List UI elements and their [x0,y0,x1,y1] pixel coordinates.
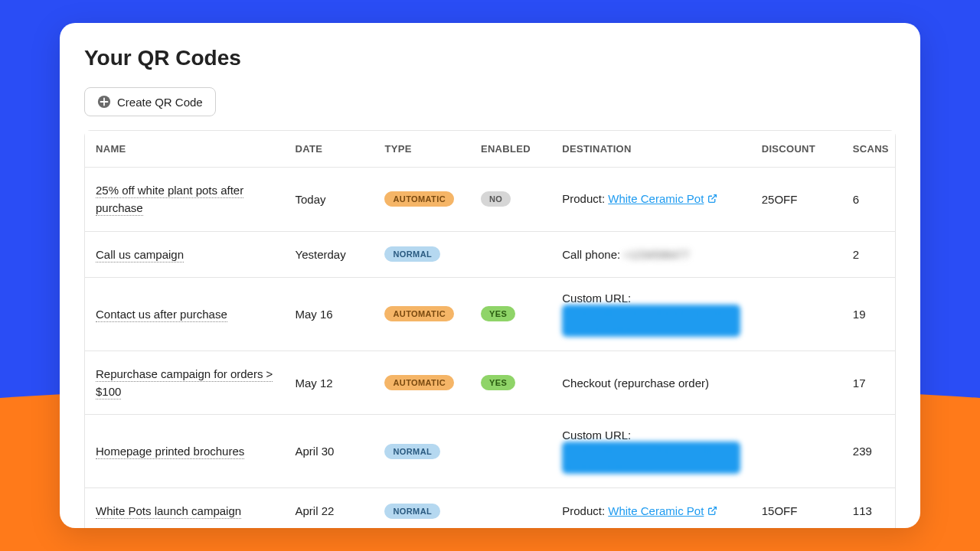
create-qr-label: Create QR Code [117,96,203,109]
type-badge: NORMAL [384,504,440,519]
cell-destination: Call phone: +1234596477 [551,232,751,278]
qr-name-link[interactable]: Repurchase campaign for orders > $100 [96,367,273,399]
col-header-name: NAME [85,131,285,168]
external-link-icon [707,505,717,518]
enabled-badge: YES [481,375,515,390]
col-header-discount: DISCOUNT [751,131,842,168]
cell-date: May 16 [285,278,374,351]
qr-name-link[interactable]: 25% off white plant pots after purchase [96,184,243,216]
cell-scans: 239 [842,415,895,488]
cell-date: April 22 [285,488,374,528]
page-title: Your QR Codes [84,46,896,70]
table-row: 25% off white plant pots after purchaseT… [85,168,895,232]
col-header-destination: DESTINATION [551,131,751,168]
dest-url-blurred[interactable]: https://example.com/homepage-printed-bro… [562,442,740,474]
qr-name-link[interactable]: White Pots launch campaign [96,504,241,519]
cell-scans: 6 [842,168,895,232]
enabled-badge: NO [481,191,511,207]
cell-scans: 2 [842,232,895,278]
cell-scans: 19 [842,278,895,351]
type-badge: AUTOMATIC [384,375,454,390]
cell-scans: 17 [842,351,895,416]
cell-scans: 113 [842,488,895,528]
type-badge: NORMAL [384,444,440,459]
create-qr-button[interactable]: Create QR Code [84,87,216,116]
col-header-enabled: ENABLED [470,131,551,168]
table-row: Homepage printed brochuresApril 30NORMAL… [85,415,895,488]
cell-destination: Product: White Ceramic Pot [551,168,751,232]
plus-circle-icon [97,95,111,109]
cell-destination: Checkout (repurchase order) [551,351,751,416]
table-row: Repurchase campaign for orders > $100May… [85,351,895,416]
cell-date: Today [285,168,374,232]
cell-discount [751,232,842,278]
cell-discount [751,415,842,488]
main-card: Your QR Codes Create QR Code NAME DATE T… [60,23,920,528]
dest-prefix: Product: [562,192,608,205]
type-badge: NORMAL [384,246,440,262]
col-header-type: TYPE [374,131,469,168]
col-header-scans: SCANS [842,131,895,168]
dest-text: Checkout (repurchase order) [562,377,709,390]
dest-prefix: Product: [562,504,608,517]
dest-prefix: Custom URL: [562,429,740,442]
table-row: White Pots launch campaignApril 22NORMAL… [85,488,895,528]
enabled-badge: YES [481,306,515,321]
type-badge: AUTOMATIC [384,306,454,321]
cell-destination: Product: White Ceramic Pot [551,488,751,528]
cell-discount: 15OFF [751,488,842,528]
cell-date: May 12 [285,351,374,416]
qr-name-link[interactable]: Homepage printed brochures [96,445,244,459]
cell-date: Yesterday [285,232,374,278]
qr-name-link[interactable]: Call us campaign [96,248,184,262]
qr-name-link[interactable]: Contact us after purchase [96,308,227,322]
qr-codes-table: NAME DATE TYPE ENABLED DESTINATION DISCO… [84,130,896,528]
col-header-date: DATE [285,131,374,168]
dest-url-blurred[interactable]: https://example.com/contact-us-after-pur… [562,305,740,337]
type-badge: AUTOMATIC [384,191,454,207]
dest-prefix: Custom URL: [562,292,740,305]
table-row: Contact us after purchaseMay 16AUTOMATIC… [85,278,895,351]
cell-date: April 30 [285,415,374,488]
cell-destination: Custom URL:https://example.com/contact-u… [551,278,751,351]
dest-phone-blurred: +1234596477 [623,249,689,261]
cell-discount [751,351,842,416]
dest-prefix: Call phone: [562,248,623,261]
external-link-icon [707,193,717,206]
cell-discount: 25OFF [751,168,842,232]
table-row: Call us campaignYesterdayNORMALCall phon… [85,232,895,278]
dest-product-link[interactable]: White Ceramic Pot [608,192,704,205]
cell-discount [751,278,842,351]
dest-product-link[interactable]: White Ceramic Pot [608,504,704,517]
cell-destination: Custom URL:https://example.com/homepage-… [551,415,751,488]
